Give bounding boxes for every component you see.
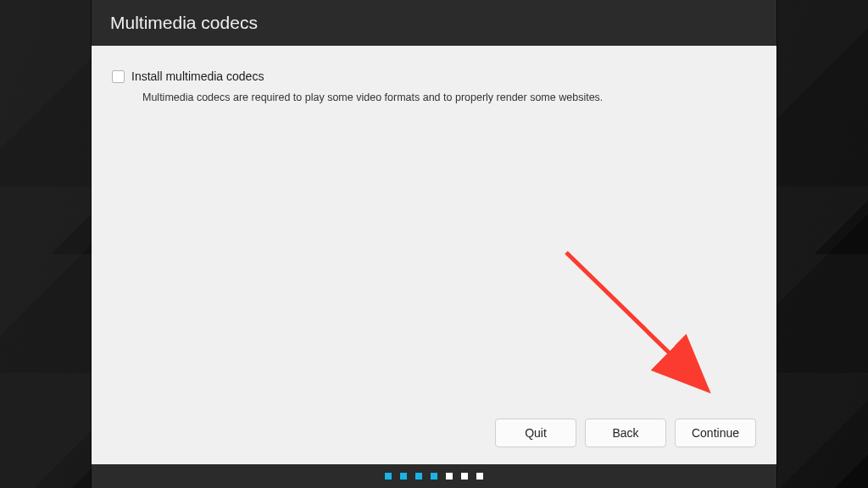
progress-dot [400,473,407,480]
progress-dot [385,473,392,480]
install-codecs-description: Multimedia codecs are required to play s… [142,92,756,103]
desktop-background: Multimedia codecs Install multimedia cod… [0,0,868,488]
page-title: Multimedia codecs [110,13,258,33]
continue-button-label: Continue [692,426,739,440]
titlebar: Multimedia codecs [92,0,776,46]
progress-dot [446,473,453,480]
back-button[interactable]: Back [585,419,666,447]
install-codecs-checkbox[interactable] [112,70,125,83]
progress-dot [415,473,422,480]
progress-dot [476,473,483,480]
install-codecs-option[interactable]: Install multimedia codecs [112,69,756,83]
install-codecs-label: Install multimedia codecs [131,69,264,83]
content-panel: Install multimedia codecs Multimedia cod… [92,46,776,464]
progress-dots [92,464,776,488]
quit-button-label: Quit [525,426,547,440]
continue-button[interactable]: Continue [675,419,756,447]
progress-dot [431,473,437,480]
back-button-label: Back [612,426,638,440]
progress-dot [461,473,468,480]
quit-button[interactable]: Quit [495,419,576,447]
button-row: Quit Back Continue [112,419,756,449]
spacer [112,103,756,419]
installer-window: Multimedia codecs Install multimedia cod… [92,0,776,488]
